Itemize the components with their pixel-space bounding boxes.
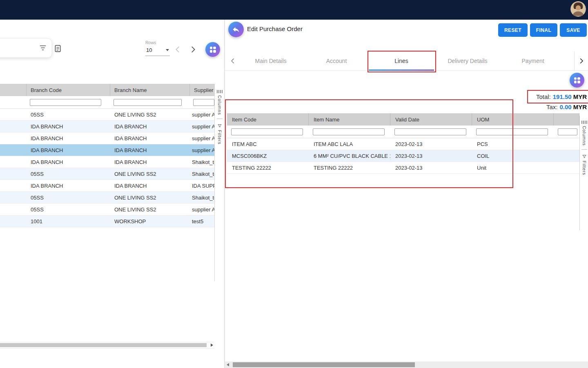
filter-supplier-input[interactable] — [193, 99, 214, 106]
grid-view-button[interactable] — [570, 73, 584, 88]
header-supplier[interactable]: Supplier Name — [190, 84, 215, 96]
funnel-icon[interactable] — [582, 153, 587, 161]
save-button[interactable]: SAVE — [560, 23, 587, 37]
cell-branch-code: IDA BRANCH — [27, 123, 110, 130]
cell-supplier: supplier A — [190, 206, 215, 213]
cell-supplier: Shaikot_te — [190, 195, 215, 201]
filter-list-icon[interactable] — [39, 44, 47, 54]
columns-strip-label[interactable]: Columns — [582, 126, 587, 146]
rows-label: Rows — [145, 40, 170, 45]
scroll-right-arrow-icon[interactable] — [211, 343, 213, 347]
cell-branch-code: IDA BRANCH — [27, 147, 110, 153]
horizontal-scrollbar[interactable] — [225, 361, 588, 368]
table-row[interactable]: IDA BRANCH IDA BRANCH supplier A — [0, 132, 215, 144]
total-label: Total: — [536, 93, 551, 100]
order-lines-table: Item Code Item Name Valid Date UOM ITEM … — [227, 113, 579, 174]
cell-branch-name: IDA BRANCH — [110, 183, 190, 189]
cell-supplier: supplier A — [190, 147, 215, 153]
cell-branch-name: IDA BRANCH — [110, 135, 190, 141]
branch-table-header: Branch Code Branch Name Supplier Name — [0, 84, 215, 96]
cell-branch-code: IDA BRANCH — [27, 183, 110, 189]
table-row[interactable]: 05SS ONE LIVING SS2 supplier A — [0, 204, 215, 215]
copy-list-icon[interactable] — [53, 44, 62, 54]
table-row[interactable]: 1001 WORKSHOP test5 — [0, 215, 215, 227]
columns-strip-label[interactable]: Columns — [217, 95, 222, 115]
tab-payment[interactable]: Payment — [506, 52, 559, 70]
cell-branch-code: 05SS — [27, 112, 110, 118]
table-row[interactable]: IDA BRANCH IDA BRANCH Shaikot_te — [0, 156, 215, 168]
app-screen: Rows 10 Branch Code Branch Name Supplier… — [0, 0, 588, 368]
cell-valid-date: 2023-02-13 — [390, 165, 472, 171]
tabs-scroll-right-icon[interactable] — [574, 52, 588, 70]
tab-lines[interactable]: Lines — [377, 52, 426, 70]
header-valid-date[interactable]: Valid Date — [390, 113, 472, 126]
drag-handle-icon[interactable] — [581, 121, 587, 124]
rows-per-page-picker: Rows 10 — [145, 40, 170, 56]
strip-separator — [217, 119, 223, 119]
cell-branch-name: IDA BRANCH — [110, 147, 190, 153]
table-row[interactable]: 05SS ONE LIVING SS2 Shaikot_te — [0, 168, 215, 180]
drag-handle-icon[interactable] — [217, 90, 223, 93]
table-row[interactable]: IDA BRANCH IDA BRANCH IDA SUPP — [0, 180, 215, 192]
scrollbar-thumb[interactable] — [233, 362, 415, 367]
rows-per-page-select[interactable]: 10 — [145, 45, 170, 56]
grid-view-button[interactable] — [205, 42, 220, 57]
strip-divider-line — [579, 116, 580, 230]
tab-delivery-details[interactable]: Delivery Details — [437, 52, 498, 70]
cell-branch-name: WORKSHOP — [110, 218, 190, 224]
filter-branch-code-input[interactable] — [30, 99, 101, 106]
header-item-name[interactable]: Item Name — [309, 113, 390, 126]
columns-filters-strip: Columns Filters — [580, 121, 588, 175]
lines-table-header: Item Code Item Name Valid Date UOM — [227, 113, 579, 126]
header-branch-name[interactable]: Branch Name — [110, 84, 190, 96]
tabs-scroll-left-icon[interactable] — [229, 57, 236, 66]
cell-branch-code: 05SS — [27, 171, 110, 177]
cell-uom: Unit — [472, 165, 554, 171]
filter-item-code-input[interactable] — [231, 128, 303, 135]
filter-valid-date-input[interactable] — [394, 128, 466, 135]
header-select-column — [0, 84, 27, 96]
top-navbar — [0, 0, 588, 20]
reset-button[interactable]: RESET — [498, 23, 528, 37]
header-uom[interactable]: UOM — [472, 113, 554, 126]
tab-bar: Main Details Account Lines Delivery Deta… — [225, 52, 588, 71]
cell-supplier: supplier A — [190, 123, 215, 130]
cell-supplier: supplier A — [190, 112, 215, 118]
line-row[interactable]: ITEM ABC ITEM ABC LALA 2023-02-13 PCS — [227, 138, 579, 150]
branch-table-filter-row — [0, 96, 215, 109]
scrollbar-thumb[interactable] — [0, 343, 207, 347]
filters-strip-label[interactable]: Filters — [217, 130, 222, 145]
tab-main-details[interactable]: Main Details — [246, 52, 295, 70]
filter-branch-name-input[interactable] — [114, 99, 182, 106]
cell-valid-date: 2023-02-13 — [390, 153, 472, 159]
line-row[interactable]: MCSC006BKZ 6 MM² CU/PVC BLACK CABLE 1...… — [227, 150, 579, 162]
back-button[interactable] — [228, 22, 244, 37]
filter-uom-input[interactable] — [476, 128, 548, 135]
search-box[interactable] — [0, 38, 52, 58]
funnel-icon[interactable] — [217, 123, 222, 130]
filter-extra-input[interactable] — [558, 128, 577, 135]
order-totals: Total:191.50MYR Tax:0.00MYR — [536, 92, 587, 112]
filter-item-name-input[interactable] — [313, 128, 385, 135]
tax-currency: MYR — [573, 103, 587, 110]
cell-branch-name: IDA BRANCH — [110, 123, 190, 130]
horizontal-scrollbar[interactable] — [0, 342, 214, 349]
scroll-left-arrow-icon[interactable] — [227, 363, 229, 366]
table-row[interactable]: 05SS ONE LIVING SS2 supplier A — [0, 109, 215, 121]
user-avatar[interactable] — [570, 1, 586, 17]
tab-account[interactable]: Account — [312, 52, 361, 70]
table-row[interactable]: 05SS ONE LIVING SS2 Shaikot_te — [0, 192, 215, 204]
final-button[interactable]: FINAL — [530, 23, 557, 37]
previous-page-button[interactable] — [173, 45, 182, 56]
filters-strip-label[interactable]: Filters — [582, 161, 587, 175]
cell-branch-name: ONE LIVING SS2 — [110, 171, 190, 177]
header-item-code[interactable]: Item Code — [227, 113, 309, 126]
rows-per-page-value: 10 — [146, 47, 152, 53]
person-photo-icon — [570, 1, 586, 17]
header-branch-code[interactable]: Branch Code — [27, 84, 110, 96]
next-page-button[interactable] — [189, 45, 198, 56]
table-row-selected[interactable]: IDA BRANCH IDA BRANCH supplier A — [0, 144, 215, 156]
branch-table: Branch Code Branch Name Supplier Name 05… — [0, 84, 215, 227]
line-row[interactable]: TESTING 22222 TESTING 22222 2023-02-13 U… — [227, 162, 579, 174]
table-row[interactable]: IDA BRANCH IDA BRANCH supplier A — [0, 121, 215, 132]
